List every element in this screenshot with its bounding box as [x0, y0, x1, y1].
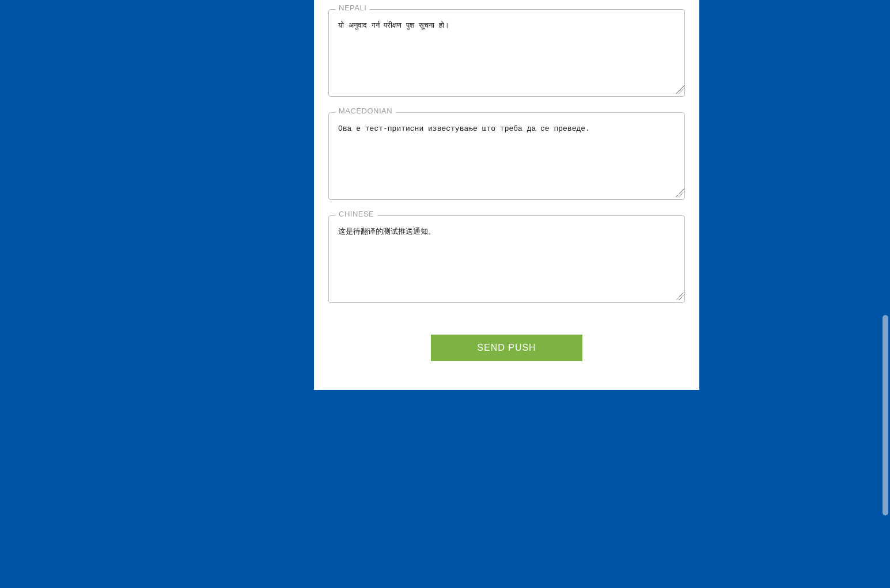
send-push-button[interactable]: SEND PUSH [431, 335, 582, 361]
field-label: MACEDONIAN [335, 107, 396, 115]
translation-field-macedonian: MACEDONIAN [328, 112, 685, 200]
scrollbar-track[interactable] [881, 0, 890, 588]
field-label: NEPALI [335, 3, 370, 12]
translation-field-chinese: CHINESE [328, 215, 685, 303]
translation-textarea-chinese[interactable] [329, 216, 684, 300]
scrollbar-thumb[interactable] [883, 315, 888, 515]
page-background: PANJABI NEPALI MACEDONIAN CHINESE SEND P… [0, 0, 890, 588]
translation-textarea-nepali[interactable] [329, 10, 684, 94]
form-card: PANJABI NEPALI MACEDONIAN CHINESE SEND P… [314, 0, 699, 390]
field-label: CHINESE [335, 210, 377, 218]
translation-field-nepali: NEPALI [328, 9, 685, 97]
translation-textarea-macedonian[interactable] [329, 113, 684, 197]
